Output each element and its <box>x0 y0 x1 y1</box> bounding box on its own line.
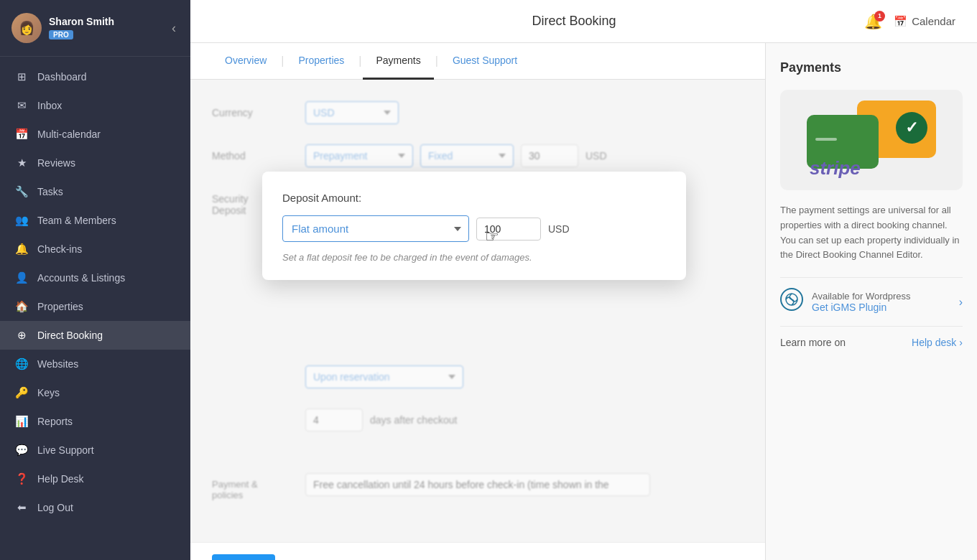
sidebar-item-label: Reports <box>37 416 73 427</box>
dashboard-icon: ⊞ <box>14 70 29 83</box>
content-area: Overview | Properties | Payments | Guest… <box>190 43 977 560</box>
amount-currency-label: USD <box>585 150 607 162</box>
sidebar-item-label: Help Desk <box>37 473 84 485</box>
method-label: Method <box>212 144 305 162</box>
main-content: Direct Booking 🔔 1 📅 Calendar Overview |… <box>190 0 977 560</box>
sidebar-user: 👩 Sharon Smith PRO <box>11 13 114 43</box>
help-icon: ❓ <box>14 472 29 485</box>
tasks-icon: 🔧 <box>14 185 29 198</box>
sidebar-item-label: Check-ins <box>37 243 82 255</box>
topbar-actions: 🔔 1 📅 Calendar <box>864 13 955 30</box>
tab-guest-support[interactable]: Guest Support <box>440 43 530 80</box>
collapse-button[interactable]: ‹ <box>169 18 179 39</box>
logout-icon: ⬅ <box>14 501 29 514</box>
deposit-popup-title: Deposit Amount: <box>282 192 666 204</box>
sidebar-item-inbox[interactable]: ✉ Inbox <box>0 91 190 120</box>
stripe-check-circle: ✓ <box>896 112 927 144</box>
form-controls: Upon reservation Upon check-in <box>305 365 463 388</box>
wordpress-icon <box>780 288 803 316</box>
tab-overview[interactable]: Overview <box>212 43 279 80</box>
sidebar-item-accounts-listings[interactable]: 👤 Accounts & Listings <box>0 263 190 292</box>
sidebar-item-websites[interactable]: 🌐 Websites <box>0 350 190 378</box>
sidebar-item-label: Inbox <box>37 100 62 111</box>
sidebar-item-properties[interactable]: 🏠 Properties <box>0 292 190 321</box>
collect-when-row: Upon reservation Upon check-in <box>212 365 744 388</box>
learn-more-label: Learn more on <box>780 337 846 348</box>
wp-arrow-icon[interactable]: › <box>959 296 963 309</box>
sidebar-item-dashboard[interactable]: ⊞ Dashboard <box>0 62 190 91</box>
stripe-logo-area: ✓ stripe <box>780 90 963 190</box>
tab-properties[interactable]: Properties <box>286 43 358 80</box>
wordpress-info: Available for Wordpress Get iGMS Plugin <box>812 291 911 313</box>
right-panel: Payments ✓ stripe The payment settings a… <box>765 43 977 560</box>
save-button[interactable]: Save <box>212 554 275 560</box>
deposit-popup: Deposit Amount: Flat amount Percentage U… <box>262 172 686 280</box>
release-date-row: days after checkout <box>212 409 744 431</box>
currency-label: Currency <box>212 101 305 118</box>
sidebar-item-multi-calendar[interactable]: 📅 Multi-calendar <box>0 120 190 149</box>
user-info: Sharon Smith PRO <box>49 16 114 40</box>
keys-icon: 🔑 <box>14 386 29 399</box>
amount-input[interactable] <box>521 144 578 167</box>
websites-icon: 🌐 <box>14 358 29 370</box>
sidebar-item-check-ins[interactable]: 🔔 Check-ins <box>0 235 190 263</box>
release-input[interactable] <box>305 409 363 431</box>
method-select[interactable]: Prepayment Pay on arrival <box>305 144 413 167</box>
user-name: Sharon Smith <box>49 16 114 27</box>
sidebar-item-log-out[interactable]: ⬅ Log Out <box>0 493 190 522</box>
learn-more-row: Learn more on Help desk › <box>780 326 963 358</box>
form-controls: USD EUR GBP <box>305 101 399 124</box>
sidebar-item-label: Properties <box>37 301 83 312</box>
notification-button[interactable]: 🔔 1 <box>864 13 882 30</box>
sidebar-item-team-members[interactable]: 👥 Team & Members <box>0 206 190 235</box>
sidebar-item-label: Keys <box>37 387 60 398</box>
deposit-currency-label: USD <box>548 223 570 235</box>
sidebar-item-direct-booking[interactable]: ⊕ Direct Booking <box>0 321 190 350</box>
sidebar: 👩 Sharon Smith PRO ‹ ⊞ Dashboard ✉ Inbox… <box>0 0 190 560</box>
policy-row: Payment &policies <box>212 473 744 500</box>
wp-plugin-link[interactable]: Get iGMS Plugin <box>812 302 911 313</box>
sidebar-item-label: Dashboard <box>37 71 87 83</box>
policy-input[interactable] <box>305 473 650 496</box>
help-desk-link[interactable]: Help desk › <box>912 337 963 348</box>
calendar-button[interactable]: 📅 Calendar <box>894 15 955 28</box>
avatar: 👩 <box>11 13 42 43</box>
topbar: Direct Booking 🔔 1 📅 Calendar <box>190 0 977 43</box>
sidebar-item-label: Multi-calendar <box>37 129 101 140</box>
sidebar-item-reports[interactable]: 📊 Reports <box>0 407 190 436</box>
stripe-text: stripe <box>810 157 861 179</box>
sidebar-item-live-support[interactable]: 💬 Live Support <box>0 436 190 465</box>
button-row: Save Cancel <box>190 542 765 560</box>
stripe-minus <box>815 138 837 141</box>
help-desk-arrow-icon: › <box>959 337 963 348</box>
collect-when-select[interactable]: Upon reservation Upon check-in <box>305 365 463 388</box>
sidebar-item-keys[interactable]: 🔑 Keys <box>0 378 190 407</box>
properties-icon: 🏠 <box>14 300 29 313</box>
fixed-select[interactable]: Fixed Percentage <box>420 144 514 167</box>
page-title: Direct Booking <box>532 14 616 29</box>
days-after-checkout-label: days after checkout <box>370 414 457 426</box>
panel-description: The payment settings are universal for a… <box>780 203 963 263</box>
star-icon: ★ <box>14 157 29 169</box>
flat-amount-select[interactable]: Flat amount Percentage <box>282 215 469 242</box>
sidebar-item-tasks[interactable]: 🔧 Tasks <box>0 177 190 206</box>
form-controls: Prepayment Pay on arrival Fixed Percenta… <box>305 144 607 167</box>
reports-icon: 📊 <box>14 415 29 428</box>
sidebar-item-reviews[interactable]: ★ Reviews <box>0 149 190 177</box>
deposit-amount-input[interactable] <box>476 218 541 241</box>
direct-booking-icon: ⊕ <box>14 329 29 342</box>
notification-badge: 1 <box>874 11 885 22</box>
sidebar-item-label: Reviews <box>37 157 75 169</box>
wordpress-row: Available for Wordpress Get iGMS Plugin … <box>780 277 963 326</box>
pro-badge: PRO <box>49 30 73 39</box>
tab-payments[interactable]: Payments <box>363 43 433 80</box>
wp-available-label: Available for Wordpress <box>812 291 911 302</box>
deposit-hint: Set a flat deposit fee to be charged in … <box>282 252 666 263</box>
currency-select[interactable]: USD EUR GBP <box>305 101 399 124</box>
sidebar-item-label: Team & Members <box>37 215 116 226</box>
policy-area: Payment &policies <box>190 473 765 542</box>
cancel-button[interactable]: Cancel <box>284 554 338 560</box>
sidebar-item-help-desk[interactable]: ❓ Help Desk <box>0 465 190 493</box>
calendar-icon: 📅 <box>894 15 907 28</box>
inbox-icon: ✉ <box>14 99 29 112</box>
